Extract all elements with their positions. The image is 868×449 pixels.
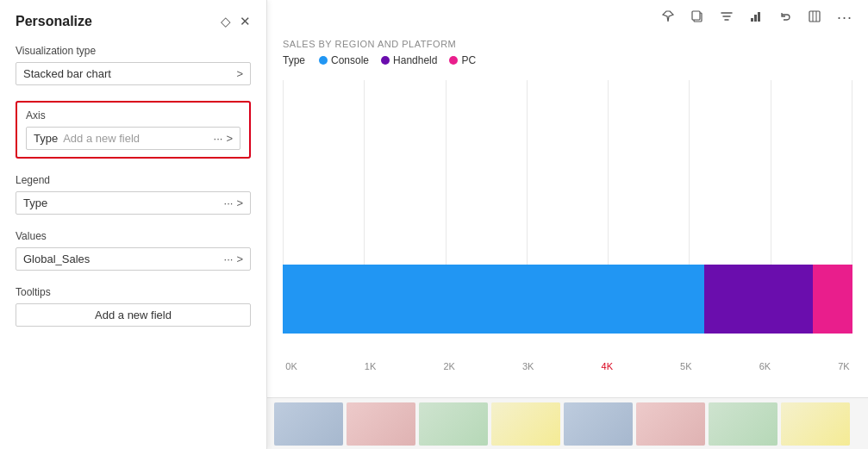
axis-dots-icon[interactable]: ··· [214,132,223,145]
values-field-row[interactable]: Global_Sales ··· > [16,247,251,271]
legend-label: Legend [16,174,251,186]
values-label: Values [16,230,251,242]
console-label: Console [331,54,369,66]
svg-rect-1 [692,11,700,20]
thumbnail-strip [267,397,868,449]
panel-header: Personalize ◇ ✕ [16,14,251,29]
legend-item-handheld: Handheld [381,54,437,66]
thumb-3 [419,402,488,446]
legend-dots-icon[interactable]: ··· [224,196,234,209]
values-dots-icon[interactable]: ··· [224,253,234,265]
chart-area: ··· SALES BY REGION AND PLATFORM Type Co… [267,0,868,449]
chart-type-icon[interactable] [746,8,766,28]
axis-field-left: Type Add a new field [34,132,214,145]
stacked-bar [283,265,852,334]
values-arrow-icon: > [236,253,243,265]
tooltips-section: Tooltips Add a new field [16,286,251,327]
svg-rect-2 [751,18,753,22]
x-axis: 0K 1K 2K 3K 4K 5K 6K 7K [283,361,852,371]
thumb-8 [781,402,850,446]
x-label-4k: 4K [598,361,615,371]
x-label-5k: 5K [678,361,695,371]
viz-type-value: Stacked bar chart [23,67,236,80]
thumb-2 [347,402,415,446]
svg-rect-4 [758,12,760,22]
bar-segment-handheld [704,265,813,334]
pc-label: PC [461,54,476,66]
legend-item-console: Console [319,54,369,66]
filter-toolbar-icon[interactable] [716,8,737,28]
chart-title: SALES BY REGION AND PLATFORM [283,39,852,49]
viz-arrow-icon: > [236,67,243,80]
x-label-1k: 1K [362,361,379,371]
thumb-7 [709,402,777,446]
thumb-6 [636,402,705,446]
thumb-4 [491,402,560,446]
chart-main: 0K 1K 2K 3K 4K 5K 6K 7K [267,72,868,397]
console-dot [319,56,328,65]
axis-add-text: Add a new field [63,132,140,145]
chart-legend: Type Console Handheld PC [267,51,868,72]
x-label-3k: 3K [520,361,537,371]
pin-icon[interactable]: ◇ [221,14,231,29]
handheld-label: Handheld [393,54,437,66]
x-label-6k: 6K [756,361,773,371]
values-value: Global_Sales [23,253,224,265]
tooltips-label: Tooltips [16,286,251,298]
expand-toolbar-icon[interactable] [804,8,825,28]
viz-section: Visualization type Stacked bar chart > [16,45,251,85]
legend-type-prefix: Type [283,54,305,66]
legend-section: Legend Type ··· > [16,174,251,215]
axis-section: Axis Type Add a new field ··· > [16,101,251,159]
legend-item-pc: PC [449,54,476,66]
x-label-0k: 0K [283,361,300,371]
svg-rect-3 [754,15,757,22]
pin-toolbar-icon[interactable] [658,8,678,28]
axis-arrow-icon: > [226,132,233,145]
thumb-5 [564,402,633,446]
handheld-dot [381,56,390,65]
panel-title: Personalize [16,14,92,29]
copy-toolbar-icon[interactable] [687,8,708,28]
axis-field-row[interactable]: Type Add a new field ··· > [26,127,240,150]
legend-arrow-icon: > [236,196,243,209]
viz-type-row[interactable]: Stacked bar chart > [16,62,251,85]
legend-field-row[interactable]: Type ··· > [16,191,251,215]
pc-dot [449,56,458,65]
x-label-2k: 2K [440,361,458,371]
axis-type-text: Type [34,132,58,145]
main-container: Personalize ◇ ✕ Visualization type Stack… [0,0,868,449]
x-label-7k: 7K [835,361,852,371]
viz-label: Visualization type [16,45,251,57]
chart-grid-area [283,80,852,359]
thumb-1 [274,402,343,446]
personalize-panel: Personalize ◇ ✕ Visualization type Stack… [0,0,267,449]
chart-toolbar: ··· [267,0,868,32]
more-options-icon[interactable]: ··· [834,7,856,28]
bar-segment-pc [813,265,852,334]
values-section: Values Global_Sales ··· > [16,230,251,271]
chart-title-area: SALES BY REGION AND PLATFORM [267,32,868,51]
tooltips-add-field-button[interactable]: Add a new field [16,303,251,327]
panel-header-icons: ◇ ✕ [221,14,251,29]
close-icon[interactable]: ✕ [240,14,251,29]
legend-value: Type [23,196,224,209]
bar-segment-console [283,265,704,334]
undo-toolbar-icon[interactable] [775,8,796,28]
axis-label: Axis [26,109,240,122]
svg-rect-5 [809,11,820,22]
